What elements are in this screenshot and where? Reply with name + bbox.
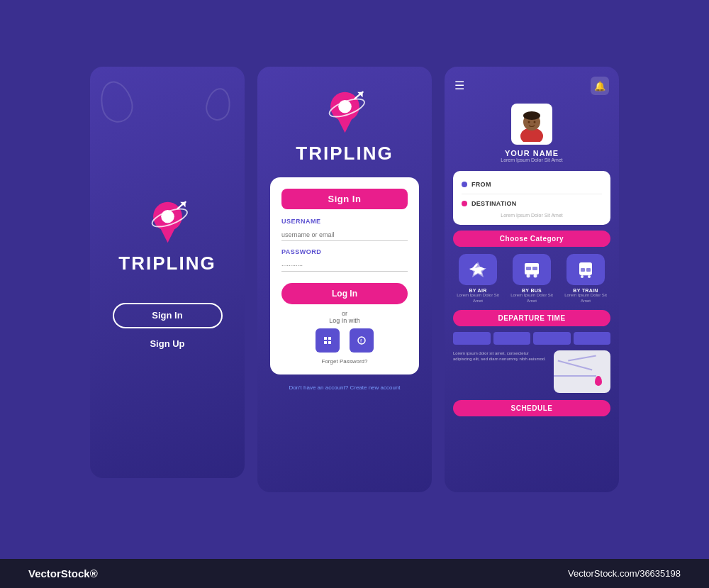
departure-time-label: DEPARTURE TIME	[453, 310, 610, 326]
bus-category-name: BY BUS	[522, 288, 542, 293]
svg-point-23	[534, 121, 536, 123]
login-or-text: or Log In with	[281, 310, 408, 324]
social-button-2[interactable]: f	[350, 328, 374, 353]
username-input[interactable]	[281, 229, 408, 241]
svg-rect-13	[328, 337, 331, 340]
route-card: FROM DESTINATION Lorem Ipsum Dolor Sit A…	[453, 171, 610, 225]
time-btn-1[interactable]	[453, 332, 491, 345]
from-label: FROM	[471, 181, 491, 188]
password-label: PASSWORD	[281, 248, 408, 255]
destination-dot	[462, 201, 467, 206]
svg-rect-12	[324, 337, 327, 340]
forgot-password-link[interactable]: Forget Password?	[281, 358, 408, 365]
splash-signin-button[interactable]: Sign In	[113, 303, 223, 328]
create-account-link[interactable]: Create new account	[350, 384, 400, 391]
splash-pin-logo	[145, 196, 191, 250]
category-bus[interactable]: BY BUS Lorem Ipsum Dolor Sit Amet	[507, 254, 557, 304]
svg-rect-27	[532, 267, 537, 270]
svg-point-35	[588, 275, 591, 278]
choose-category-btn[interactable]: Choose Category	[453, 231, 610, 247]
social-buttons-container: f	[281, 328, 408, 353]
mini-map	[554, 350, 610, 393]
category-section: Choose Category BY AIR Lorem Ipsum Dolor…	[445, 231, 619, 310]
splash-logo-container: TRIPLING	[118, 196, 216, 274]
svg-point-28	[527, 274, 530, 278]
map-pin	[595, 376, 602, 386]
route-divider	[462, 194, 602, 194]
time-btn-2[interactable]	[493, 332, 531, 345]
svg-rect-32	[581, 268, 585, 272]
svg-marker-8	[337, 118, 352, 133]
username-label: USERNAME	[281, 218, 408, 225]
bus-category-desc: Lorem Ipsum Dolor Sit Amet	[507, 293, 557, 304]
screen-main: ☰ 🔔	[445, 67, 619, 492]
screen-login: TRIPLING Sign In USERNAME PASSWORD Log I…	[257, 67, 432, 492]
password-input[interactable]	[281, 260, 408, 272]
svg-point-21	[523, 111, 540, 120]
train-category-name: BY TRAIN	[573, 288, 598, 293]
destination-label: DESTINATION	[471, 200, 517, 207]
svg-marker-2	[160, 228, 174, 242]
profile-section: YOUR NAME Lorem Ipsum Dolor Sit Amet	[445, 99, 619, 171]
svg-text:f: f	[360, 338, 362, 344]
footer: VectorStock® VectorStock.com/36635198	[0, 559, 709, 588]
category-items: BY AIR Lorem Ipsum Dolor Sit Amet	[453, 254, 610, 304]
login-card: Sign In USERNAME PASSWORD Log In or Log …	[270, 177, 419, 375]
main-header: ☰ 🔔	[445, 67, 619, 99]
air-icon-box	[459, 254, 497, 285]
svg-rect-15	[328, 341, 331, 344]
destination-row: DESTINATION	[462, 197, 602, 210]
social-button-1[interactable]	[316, 328, 340, 353]
screen-splash: TRIPLING Sign In Sign Up	[90, 67, 245, 478]
hamburger-icon[interactable]: ☰	[454, 80, 464, 91]
time-btn-4[interactable]	[574, 332, 611, 345]
air-category-desc: Lorem Ipsum Dolor Sit Amet	[453, 293, 503, 304]
departure-times-row	[453, 332, 610, 345]
departure-map-area: Lorem ipsum dolor sit amet, consectetur …	[453, 350, 610, 393]
departure-section: DEPARTURE TIME Lorem ipsum dolor sit ame…	[445, 310, 619, 393]
profile-subtitle: Lorem Ipsum Dolor Sit Amet	[501, 157, 563, 162]
bus-icon-box	[513, 254, 551, 285]
svg-point-22	[528, 121, 530, 123]
svg-rect-26	[526, 267, 531, 270]
login-logo-container: TRIPLING	[296, 87, 393, 165]
from-dot	[462, 182, 467, 187]
time-btn-3[interactable]	[533, 332, 571, 345]
avatar	[511, 104, 552, 145]
splash-title: TRIPLING	[118, 253, 216, 274]
splash-signup-link[interactable]: Sign Up	[150, 338, 184, 349]
svg-rect-25	[525, 263, 539, 265]
svg-rect-31	[579, 262, 592, 267]
category-air[interactable]: BY AIR Lorem Ipsum Dolor Sit Amet	[453, 254, 503, 304]
category-train[interactable]: BY TRAIN Lorem Ipsum Dolor Sit Amet	[561, 254, 610, 304]
login-title: TRIPLING	[296, 143, 393, 165]
departure-info-text: Lorem ipsum dolor sit amet, consectetur …	[453, 350, 548, 362]
svg-rect-14	[324, 341, 327, 344]
login-pin-logo	[322, 87, 368, 140]
departure-info: Lorem ipsum dolor sit amet, consectetur …	[453, 350, 548, 362]
train-category-desc: Lorem Ipsum Dolor Sit Amet	[561, 293, 610, 304]
train-icon-box	[566, 254, 605, 285]
from-row: FROM	[462, 178, 602, 191]
footer-brand: VectorStock®	[28, 567, 98, 579]
route-subtitle: Lorem Ipsum Dolor Sit Amet	[462, 213, 602, 218]
bell-icon[interactable]: 🔔	[591, 77, 609, 95]
svg-point-29	[534, 274, 537, 278]
svg-rect-33	[586, 268, 591, 272]
login-button[interactable]: Log In	[281, 283, 408, 304]
schedule-button[interactable]: SCHEDULE	[453, 400, 610, 416]
air-category-name: BY AIR	[469, 288, 486, 293]
login-card-title: Sign In	[281, 189, 408, 209]
footer-url: VectorStock.com/36635198	[568, 568, 681, 579]
profile-name: YOUR NAME	[505, 149, 559, 157]
login-footer: Don't have an account? Create new accoun…	[289, 384, 400, 391]
svg-point-34	[581, 275, 584, 278]
